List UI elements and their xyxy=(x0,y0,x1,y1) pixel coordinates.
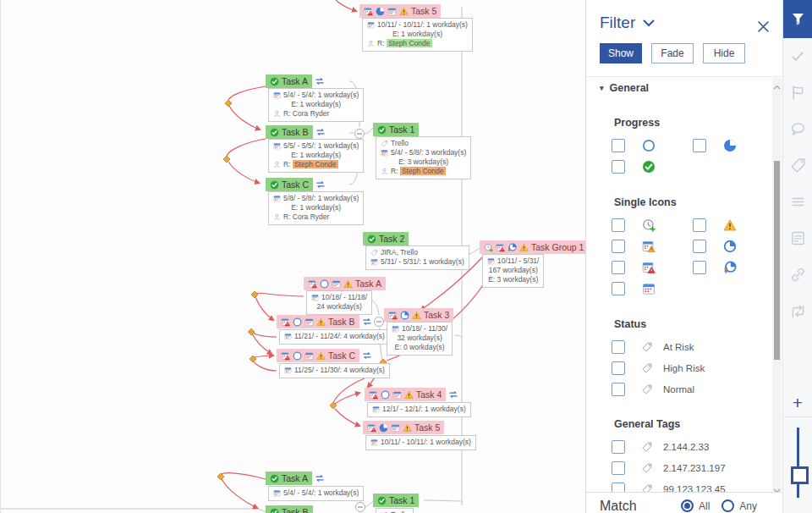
task-node-task-1-b[interactable]: Task 1Trello xyxy=(373,494,419,513)
match-all-radio[interactable] xyxy=(681,499,694,512)
task-details: 10/18/ - 11/18/24 workday(s) xyxy=(306,290,372,315)
task-header[interactable]: Task 2 xyxy=(363,232,409,245)
filter-option[interactable]: 99.123.123.45 xyxy=(612,483,772,492)
general-section-toggle[interactable]: ▾ General xyxy=(600,82,772,94)
zoom-slider-track[interactable] xyxy=(797,428,799,498)
toolbar-comment-button[interactable] xyxy=(783,111,812,147)
filter-option[interactable]: 2.144.2.33 xyxy=(612,440,772,453)
scroll-up-icon[interactable] xyxy=(772,78,782,88)
filter-option[interactable] xyxy=(693,240,772,253)
filter-option[interactable]: Normal xyxy=(612,383,772,395)
toolbar-flag-button[interactable] xyxy=(783,74,812,111)
task-node-task-b-3[interactable]: Task B xyxy=(266,505,313,513)
filter-checkbox[interactable] xyxy=(693,218,706,232)
filter-checkbox[interactable] xyxy=(612,218,625,232)
close-icon[interactable] xyxy=(758,20,769,36)
scrollbar-thumb[interactable] xyxy=(774,161,780,360)
filter-checkbox[interactable] xyxy=(693,240,706,253)
match-any-radio[interactable] xyxy=(721,499,734,512)
calendar-icon xyxy=(642,282,656,295)
show-mode-button[interactable]: Show xyxy=(600,43,642,63)
filter-options-scroll[interactable]: ▾ General Progress Single Icons Status A… xyxy=(586,78,772,492)
task-node-task-3[interactable]: Task 310/18/ - 11/30/32 workday(s)E: 0 w… xyxy=(384,308,453,356)
task-node-task-a-2[interactable]: Task A10/18/ - 11/18/24 workday(s) xyxy=(304,277,386,315)
tag-icon xyxy=(370,249,378,256)
task-node-task-b-1[interactable]: Task B5/5/ - 5/5/: 1 workday(s)E: 1 work… xyxy=(266,125,364,173)
hide-mode-button[interactable]: Hide xyxy=(703,43,745,63)
filter-checkbox[interactable] xyxy=(612,383,625,396)
task-detail-line: 10/11/ - 10/11/: 1 workday(s) xyxy=(367,20,468,30)
task-header[interactable]: Task 4 xyxy=(365,388,446,401)
filter-checkbox[interactable] xyxy=(612,160,625,174)
filter-checkbox[interactable] xyxy=(693,139,706,152)
task-node-task-a-3[interactable]: Task A5/4/ - 5/4/: 1 workday(s) xyxy=(266,472,364,501)
task-node-task-5-b[interactable]: Task 510/11/ - 10/11/: 1 workday(s) xyxy=(363,421,476,450)
task-header[interactable]: Task 1 xyxy=(373,494,419,507)
filter-option[interactable] xyxy=(693,139,772,152)
task-detail-line: R: Cora Ryder xyxy=(273,212,359,222)
filter-checkbox[interactable] xyxy=(612,440,625,454)
filter-option[interactable] xyxy=(612,139,693,152)
filter-option[interactable] xyxy=(612,261,693,274)
toolbar-flow-button[interactable] xyxy=(783,293,812,329)
task-header[interactable]: Task 5 xyxy=(363,421,444,434)
task-node-task-c-1[interactable]: Task C5/8/ - 5/8/: 1 workday(s)E: 1 work… xyxy=(266,178,364,225)
task-header[interactable]: Task Group 1 xyxy=(480,240,586,254)
pie-pencil-icon xyxy=(508,243,517,252)
toolbar-list-button[interactable] xyxy=(783,184,812,220)
filter-option[interactable] xyxy=(612,160,693,174)
filter-option[interactable] xyxy=(612,240,693,253)
task-header[interactable]: Task B xyxy=(277,315,359,328)
toolbar-note-button[interactable] xyxy=(783,220,812,256)
zoom-in-button[interactable]: + xyxy=(783,391,812,417)
toolbar-tag-tool-button[interactable] xyxy=(783,147,812,184)
task-header[interactable]: Task 1 xyxy=(373,123,419,136)
chevron-down-icon[interactable] xyxy=(643,15,655,30)
filter-option[interactable] xyxy=(693,218,772,232)
filter-option[interactable]: 2.147.231.197 xyxy=(612,461,772,474)
filter-option[interactable] xyxy=(693,261,772,274)
task-header[interactable]: Task 5 xyxy=(359,4,441,18)
zoom-slider-handle[interactable] xyxy=(791,466,809,484)
task-header[interactable]: Task A xyxy=(266,472,312,485)
filter-checkbox[interactable] xyxy=(612,483,625,493)
filter-option[interactable] xyxy=(612,282,693,295)
zoom-slider[interactable] xyxy=(783,423,812,504)
toolbar-filter-button[interactable] xyxy=(783,0,812,38)
filter-option[interactable]: At Risk xyxy=(612,340,772,353)
filter-checkbox[interactable] xyxy=(612,240,625,253)
task-node-task-4[interactable]: Task 412/1/ - 12/1/: 1 workday(s) xyxy=(365,388,471,417)
filter-checkbox[interactable] xyxy=(612,261,625,274)
task-header[interactable]: Task C xyxy=(277,349,359,362)
fade-mode-button[interactable]: Fade xyxy=(651,43,694,63)
person-icon xyxy=(273,213,281,221)
filter-checkbox[interactable] xyxy=(612,282,625,295)
task-node-task-b-2[interactable]: Task B11/21/ - 11/24/: 4 workday(s) xyxy=(277,315,390,345)
task-header[interactable]: Task B xyxy=(266,505,313,513)
filter-option[interactable]: High Risk xyxy=(612,361,772,374)
filter-checkbox[interactable] xyxy=(693,261,706,274)
task-node-task-c-2[interactable]: Task C11/25/ - 11/30/: 4 workday(s) xyxy=(277,349,390,378)
toolbar-link-button[interactable] xyxy=(783,256,812,293)
task-node-task-5-top[interactable]: Task 510/11/ - 10/11/: 1 workday(s)E: 1 … xyxy=(359,4,473,52)
task-node-task-a-1[interactable]: Task A5/4/ - 5/4/: 1 workday(s)E: 1 work… xyxy=(266,74,364,122)
task-header[interactable]: Task B xyxy=(266,125,313,139)
filter-checkbox[interactable] xyxy=(612,139,625,152)
task-node-task-group-1[interactable]: Task Group 110/11/ - 5/31/167 workday(s)… xyxy=(480,240,586,288)
filter-checkbox[interactable] xyxy=(612,461,625,475)
task-node-task-2[interactable]: Task 2JIRA, Trello5/31/ - 5/31/: 1 workd… xyxy=(363,232,469,270)
task-node-task-1[interactable]: Task 1Trello5/4/ - 5/8/: 3 workday(s)E: … xyxy=(373,123,471,179)
task-header[interactable]: Task A xyxy=(266,74,312,88)
filter-option[interactable] xyxy=(612,218,693,232)
task-header[interactable]: Task A xyxy=(304,277,386,290)
task-header[interactable]: Task C xyxy=(266,178,313,191)
scroll-down-icon[interactable] xyxy=(772,482,782,492)
panel-scrollbar[interactable] xyxy=(772,78,782,492)
task-header[interactable]: Task 3 xyxy=(384,308,453,322)
warn-icon xyxy=(316,351,326,361)
filter-checkbox[interactable] xyxy=(612,340,625,354)
toolbar-checkmark-button[interactable] xyxy=(783,38,812,74)
calendar-icon xyxy=(304,351,314,361)
map-canvas[interactable]: Task 510/11/ - 10/11/: 1 workday(s)E: 1 … xyxy=(0,0,586,513)
filter-checkbox[interactable] xyxy=(612,361,625,375)
